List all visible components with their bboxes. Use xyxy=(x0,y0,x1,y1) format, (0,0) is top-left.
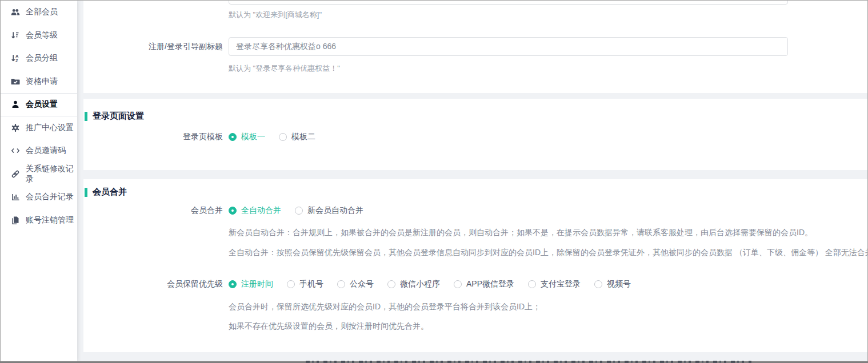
sort-alpha-icon: AZ xyxy=(11,54,20,63)
svg-text:Z: Z xyxy=(15,58,18,63)
sidebar-item-relation-chain-log[interactable]: 关系链修改记录 xyxy=(1,163,77,186)
sidebar-item-label: 会员分组 xyxy=(26,53,58,63)
users-icon xyxy=(11,7,20,17)
member-merge-card: 会员合并 会员合并 全自动合并 新会员自动合并 新会员自动合并：合并规则上，如果… xyxy=(83,179,867,352)
radio-official-account[interactable]: 公众号 xyxy=(337,279,374,289)
file-copy-icon xyxy=(11,216,20,225)
member-settings-page: 全部会员 会员等级 AZ 会员分组 资格申请 会员设置 推广中心设置 会员邀请码 xyxy=(0,0,868,363)
sidebar-item-label: 会员设置 xyxy=(26,99,58,110)
sidebar-item-label: 资格申请 xyxy=(26,76,58,87)
folder-check-icon xyxy=(11,77,20,86)
merge-mode-radio-group: 全自动合并 新会员自动合并 xyxy=(229,205,363,216)
guide-title-input[interactable] xyxy=(229,1,788,5)
login-template-label: 登录页模板 xyxy=(83,132,223,142)
radio-icon xyxy=(528,280,536,288)
sidebar-item-qualification-apply[interactable]: 资格申请 xyxy=(1,70,77,94)
radio-template-two[interactable]: 模板二 xyxy=(279,132,315,142)
sidebar-item-member-settings[interactable]: 会员设置 xyxy=(1,93,77,116)
login-template-radio-group: 模板一 模板二 xyxy=(229,132,315,142)
priority-description-line-2: 如果不存在优先级设置的会员，则按注册时间优先合并。 xyxy=(229,321,429,332)
radio-app-wechat-login[interactable]: APP微信登录 xyxy=(454,279,514,289)
sidebar-item-merge-records[interactable]: 会员合并记录 xyxy=(1,185,77,209)
sidebar: 全部会员 会员等级 AZ 会员分组 资格申请 会员设置 推广中心设置 会员邀请码 xyxy=(1,1,77,361)
radio-icon xyxy=(229,207,237,215)
sort-numeric-icon xyxy=(11,31,20,40)
clipped-footer-text xyxy=(306,361,751,363)
sidebar-item-invite-code[interactable]: 会员邀请码 xyxy=(1,139,77,163)
bar-chart-icon xyxy=(11,192,20,201)
radio-alipay-login[interactable]: 支付宝登录 xyxy=(528,279,581,289)
gear-icon xyxy=(11,123,20,132)
section-title-bar xyxy=(85,188,87,197)
radio-template-one[interactable]: 模板一 xyxy=(229,132,265,142)
guide-subtitle-label: 注册/登录引导副标题 xyxy=(83,42,223,52)
main-content: 默认为 "欢迎来到[商城名称]" 注册/登录引导副标题 默认为 "登录尽享各种优… xyxy=(83,1,867,361)
radio-icon xyxy=(229,133,237,141)
section-title-bar xyxy=(85,112,87,121)
sidebar-item-label: 推广中心设置 xyxy=(26,123,74,133)
radio-icon xyxy=(337,280,345,288)
radio-icon xyxy=(295,207,303,215)
section-title-login-page: 登录页面设置 xyxy=(85,111,144,122)
user-icon xyxy=(11,100,20,109)
link-icon xyxy=(11,170,20,179)
merge-description-line-1: 新会员自动合并：合并规则上，如果被合并的会员是新注册的会员，则自动合并；如果不是… xyxy=(229,228,813,238)
sidebar-item-label: 会员邀请码 xyxy=(26,146,66,156)
radio-icon xyxy=(287,280,295,288)
sidebar-item-label: 会员合并记录 xyxy=(26,192,74,202)
merge-description-line-2: 全自动合并：按照会员保留优先级保留会员，其他会员登录信息自动同步到对应的会员ID… xyxy=(229,248,867,258)
radio-register-time[interactable]: 注册时间 xyxy=(229,279,273,289)
radio-icon xyxy=(387,280,395,288)
guide-title-hint: 默认为 "欢迎来到[商城名称]" xyxy=(229,10,322,20)
radio-phone-number[interactable]: 手机号 xyxy=(287,279,323,289)
section-title-member-merge: 会员合并 xyxy=(85,187,127,197)
login-page-settings-card: 登录页面设置 登录页模板 模板一 模板二 xyxy=(83,99,867,170)
radio-new-member-auto-merge[interactable]: 新会员自动合并 xyxy=(295,205,363,216)
sidebar-item-label: 会员等级 xyxy=(26,30,58,41)
merge-mode-label: 会员合并 xyxy=(83,205,223,216)
sidebar-item-label: 关系链修改记录 xyxy=(26,164,77,184)
retain-priority-label: 会员保留优先级 xyxy=(83,279,223,289)
sidebar-item-account-cancellation[interactable]: 账号注销管理 xyxy=(1,209,77,232)
sidebar-item-label: 账号注销管理 xyxy=(26,215,74,225)
radio-icon xyxy=(279,133,287,141)
guide-settings-card: 默认为 "欢迎来到[商城名称]" 注册/登录引导副标题 默认为 "登录尽享各种优… xyxy=(83,1,867,93)
retain-priority-radio-group: 注册时间 手机号 公众号 微信小程序 xyxy=(229,279,631,289)
section-title-text: 会员合并 xyxy=(93,187,127,197)
guide-subtitle-hint: 默认为 "登录尽享各种优惠权益！" xyxy=(229,63,340,74)
sidebar-item-member-levels[interactable]: 会员等级 xyxy=(1,24,77,47)
radio-wechat-miniprogram[interactable]: 微信小程序 xyxy=(387,279,440,289)
radio-icon xyxy=(229,280,237,288)
radio-video-account[interactable]: 视频号 xyxy=(594,279,631,289)
radio-icon xyxy=(454,280,462,288)
priority-description-line-1: 会员合并时，保留所选优先级对应的会员ID，其他的会员登录平台将合并到该会员ID上… xyxy=(229,302,541,312)
sidebar-item-label: 全部会员 xyxy=(26,7,58,17)
sidebar-item-promotion-center-settings[interactable]: 推广中心设置 xyxy=(1,116,77,140)
sidebar-item-member-groups[interactable]: AZ 会员分组 xyxy=(1,47,77,70)
guide-subtitle-input[interactable] xyxy=(229,37,788,56)
radio-icon xyxy=(594,280,602,288)
section-title-text: 登录页面设置 xyxy=(93,111,144,122)
code-icon xyxy=(11,146,20,155)
sidebar-item-all-members[interactable]: 全部会员 xyxy=(1,1,77,24)
radio-full-auto-merge[interactable]: 全自动合并 xyxy=(229,205,281,216)
